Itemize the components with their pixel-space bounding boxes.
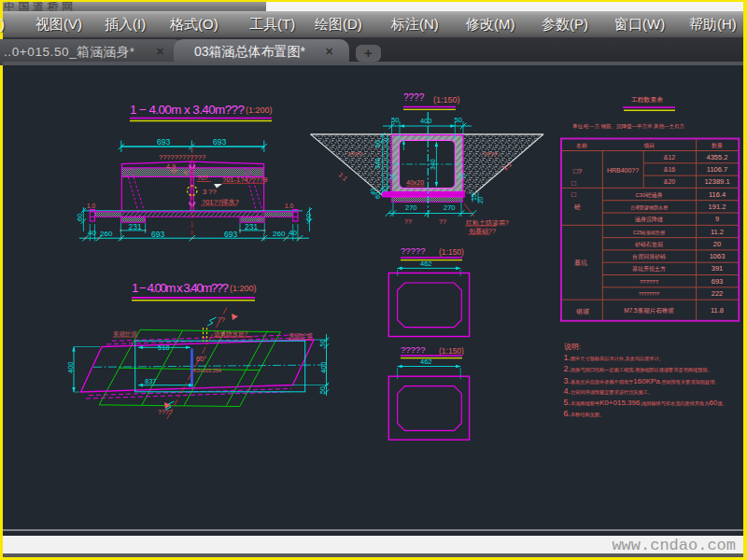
- svg-text:693: 693: [213, 137, 226, 147]
- svg-text:单位:砼—方 钢筋、沉降缝—平方米 其他—土石方: 单位:砼—方 钢筋、沉降缝—平方米 其他—土石方: [572, 123, 685, 130]
- svg-text:5.本涵两端桩号K0+015.396,涵洞轴线与排水流向路线: 5.本涵两端桩号K0+015.396,涵洞轴线与排水流向路线夹角为60度。: [563, 398, 726, 407]
- svg-text:693: 693: [151, 230, 164, 239]
- svg-text:&20: &20: [664, 178, 676, 185]
- svg-text:60: 60: [374, 191, 381, 199]
- svg-text:60°: 60°: [196, 355, 206, 363]
- svg-text:837: 837: [145, 377, 157, 385]
- svg-text:50: 50: [455, 116, 462, 124]
- svg-text:?01-1?4????9: ?01-1?4????9: [222, 175, 267, 184]
- svg-text:20: 20: [389, 174, 397, 180]
- svg-text:40x20: 40x20: [406, 179, 424, 186]
- svg-text:15: 15: [471, 193, 477, 201]
- svg-text:1.0: 1.0: [87, 203, 95, 209]
- svg-text:11.2: 11.2: [711, 228, 724, 236]
- svg-text:□?: □?: [573, 167, 583, 175]
- svg-text:12389.1: 12389.1: [704, 177, 729, 186]
- svg-text:3 ??: 3 ??: [203, 188, 217, 196]
- svg-text:231: 231: [245, 222, 258, 231]
- svg-text:????: ????: [158, 409, 173, 415]
- svg-text:400: 400: [319, 361, 328, 373]
- svg-text:数量: 数量: [712, 143, 723, 148]
- svg-text:60: 60: [304, 214, 313, 221]
- svg-text:项目: 项目: [643, 143, 655, 149]
- svg-text:693: 693: [157, 137, 170, 147]
- svg-text:50: 50: [391, 116, 399, 124]
- svg-text:基坑: 基坑: [574, 259, 587, 267]
- svg-text:191.2: 191.2: [709, 203, 726, 211]
- svg-text:????????: ????????: [639, 291, 659, 297]
- svg-text:1106.7: 1106.7: [707, 165, 727, 174]
- svg-text:(1:150): (1:150): [439, 247, 464, 257]
- svg-text:231: 231: [129, 222, 142, 231]
- svg-text:台背回填砂砾: 台背回填砂砾: [632, 253, 667, 260]
- svg-text:2.洞身与洞口结构一起施工砌筑,墙身端部以通缝要求是否两端预: 2.洞身与洞口结构一起施工砌筑,墙身端部以通缝要求是否两端预留。: [563, 364, 712, 373]
- svg-text:116.4: 116.4: [709, 190, 726, 199]
- svg-text:&16: &16: [664, 166, 676, 173]
- svg-text:?????: ?????: [401, 245, 425, 256]
- svg-text:9: 9: [715, 215, 719, 223]
- svg-text:????: ????: [483, 151, 498, 158]
- svg-text:砂砾石垫层: 砂砾石垫层: [635, 241, 663, 248]
- svg-text:1 − 4.00m x 3.40m???: 1 − 4.00m x 3.40m???: [130, 103, 245, 117]
- svg-text:1 − 4.00m x 3.40m???: 1 − 4.00m x 3.40m???: [132, 281, 229, 295]
- svg-text:?01??排水?: ?01??排水?: [202, 198, 239, 206]
- svg-text:(1:150): (1:150): [439, 346, 464, 356]
- svg-text:60: 60: [76, 214, 84, 221]
- svg-text:?????: ?????: [401, 344, 425, 355]
- svg-text:50: 50: [374, 140, 381, 147]
- svg-text:(1:150): (1:150): [433, 95, 460, 105]
- svg-text:沥青防水层?: 沥青防水层?: [214, 330, 248, 338]
- svg-text:包基础??: 包基础??: [469, 228, 496, 234]
- svg-text:693: 693: [224, 230, 237, 239]
- svg-text:6.本桥结构见图。: 6.本桥结构见图。: [563, 409, 604, 418]
- svg-text:40: 40: [88, 229, 96, 237]
- svg-text:20: 20: [459, 173, 467, 179]
- svg-text:391: 391: [712, 264, 724, 273]
- svg-text:270: 270: [405, 203, 417, 212]
- svg-text:1063: 1063: [710, 252, 726, 260]
- svg-text:锥坡: 锥坡: [575, 308, 589, 315]
- svg-text:1.0: 1.0: [285, 203, 293, 209]
- svg-text:340: 340: [374, 158, 381, 169]
- svg-text:400: 400: [66, 361, 75, 373]
- svg-text:260: 260: [100, 230, 113, 238]
- svg-text:????: ????: [347, 151, 362, 158]
- svg-text:462: 462: [420, 357, 432, 366]
- svg-text:&12: &12: [664, 154, 676, 161]
- svg-text:??: ??: [439, 218, 446, 225]
- svg-text:222: 222: [712, 289, 724, 298]
- svg-text:砼: 砼: [573, 203, 581, 211]
- svg-text:□: □: [571, 179, 576, 188]
- svg-text:270: 270: [444, 203, 456, 212]
- svg-text:340: 340: [430, 159, 436, 170]
- svg-text:台背防渗墙防水层: 台背防渗墙防水层: [630, 204, 668, 211]
- svg-text:4.台背回填须按规定要求进行压实施工。: 4.台背回填须按规定要求进行压实施工。: [563, 386, 653, 396]
- svg-text:C15砼基础垫层: C15砼基础垫层: [633, 230, 665, 236]
- svg-text:3.基底允许自容许承载不得低于160KPa,否则按有关要求加: 3.基底允许自容许承载不得低于160KPa,否则按有关要求加固处理。: [563, 376, 719, 385]
- svg-text:名称: 名称: [576, 143, 587, 149]
- svg-text:M7.5浆砌片石锥坡: M7.5浆砌片石锥坡: [624, 307, 674, 315]
- svg-text:□: □: [571, 190, 576, 199]
- svg-text:20: 20: [477, 196, 484, 203]
- svg-text:(1:200): (1:200): [230, 284, 257, 293]
- svg-text:1:1: 1:1: [337, 171, 348, 182]
- svg-text:基坑开挖土方: 基坑开挖土方: [632, 265, 666, 273]
- svg-text:??????: ??????: [640, 279, 659, 285]
- svg-text:涵身沉降缝: 涵身沉降缝: [634, 216, 663, 222]
- svg-text:??: ??: [404, 218, 412, 225]
- svg-text:4-9: 4-9: [166, 163, 176, 170]
- svg-text:462: 462: [420, 259, 432, 268]
- svg-text:说明:: 说明:: [564, 343, 581, 351]
- svg-text:红粘土防渗层?: 红粘土防渗层?: [466, 219, 509, 227]
- svg-text:50: 50: [319, 340, 326, 347]
- svg-text:K0+015.254: K0+015.254: [193, 368, 221, 373]
- svg-text:20: 20: [713, 240, 721, 248]
- svg-text:工程数量表: 工程数量表: [631, 96, 663, 104]
- svg-text:HRB400??: HRB400??: [607, 167, 639, 174]
- svg-text:????: ????: [403, 92, 425, 103]
- svg-text:4355.2: 4355.2: [707, 153, 728, 161]
- svg-text:????????????: ????????????: [159, 153, 205, 161]
- svg-text:浆砌护坡: 浆砌护坡: [289, 332, 314, 340]
- svg-text:C30砼涵身: C30砼涵身: [635, 192, 662, 199]
- svg-text:?0?: ?0?: [197, 175, 208, 181]
